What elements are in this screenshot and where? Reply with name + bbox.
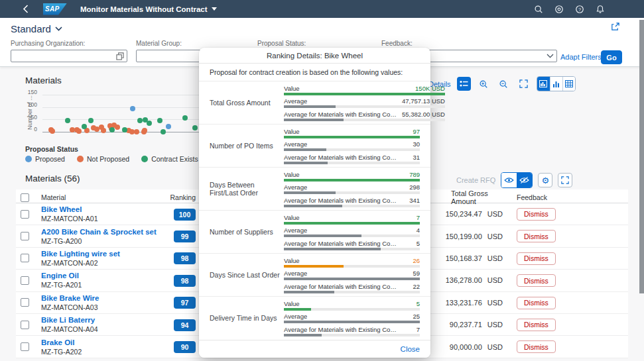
legend-item-not-proposed[interactable]: Not Proposed [77,155,129,163]
scatter-point[interactable] [88,118,94,123]
hide-details-button[interactable] [517,173,532,187]
material-link[interactable]: Bike Brake Wire [41,294,166,302]
dismiss-button[interactable]: Dismiss [517,340,556,353]
table-fullscreen-icon[interactable] [558,173,572,187]
material-link[interactable]: Bike Lighting wire set [41,250,166,258]
scatter-point[interactable] [76,129,82,134]
legend-dot [77,156,84,162]
search-icon[interactable] [533,4,544,15]
scatter-point[interactable] [157,118,162,123]
column-header-feedback[interactable]: Feedback [516,193,628,201]
back-icon[interactable] [23,5,29,13]
chevron-down-icon [212,7,217,11]
adapt-filters-link[interactable]: Adapt Filters [560,53,602,61]
material-link[interactable]: A200 Bike Chain & Sprocket set [41,228,166,236]
material-link[interactable]: Brake Oil [41,338,166,346]
legend-item-contract-exists[interactable]: Contract Exists [141,155,198,163]
scatter-point[interactable] [115,125,120,130]
chevron-down-icon [55,26,62,31]
y-tick: 0 [20,126,37,132]
value-help-icon[interactable] [116,52,124,60]
bar-label: Average [284,183,307,191]
metric-label: Number of Suppliers [210,228,284,236]
currency: USD [487,299,503,307]
row-checkbox[interactable] [21,210,29,219]
chart-view-button[interactable] [550,77,562,91]
row-checkbox[interactable] [21,298,29,307]
dismiss-button[interactable]: Dismiss [517,274,556,287]
table-view-button[interactable] [562,77,575,91]
dismiss-button[interactable]: Dismiss [517,319,556,331]
fullscreen-icon[interactable] [517,77,531,91]
y-tick: 150 [20,89,37,95]
app-title-menu[interactable]: Monitor Materials Without Contract [80,5,217,13]
currency: USD [487,232,503,240]
purchasing-organization-input[interactable] [14,52,116,60]
scatter-point[interactable] [161,129,166,134]
scatter-point[interactable] [109,127,115,132]
scatter-point[interactable] [137,118,143,123]
bell-icon[interactable] [595,4,606,15]
scatter-point[interactable] [101,128,106,133]
bar-fill [284,105,336,108]
ranking-badge[interactable]: 100 [174,209,196,221]
zoom-out-icon[interactable] [497,77,511,91]
ranking-badge[interactable]: 90 [174,341,196,353]
row-checkbox[interactable] [21,321,29,329]
bar-label: Average [284,227,307,234]
gross-amount: 90,000.00 [450,343,482,351]
shell-actions: ? [533,0,606,18]
material-link[interactable]: Bike Wheel [41,205,166,213]
share-icon[interactable] [610,22,620,32]
scatter-point[interactable] [122,127,127,132]
column-header-ranking[interactable]: Ranking [166,193,196,201]
variant-selector[interactable]: Standard [11,23,62,34]
scatter-point[interactable] [192,125,198,130]
scatter-point[interactable] [134,129,139,134]
show-details-button[interactable] [501,173,517,187]
gross-amount: 136,278.00 [446,276,482,284]
scatter-point[interactable] [182,115,188,121]
help-icon[interactable]: ? [574,4,585,15]
scatter-point[interactable] [142,128,147,133]
ranking-badge[interactable]: 97 [174,297,196,309]
column-header-material[interactable]: Material [33,193,166,201]
dismiss-button[interactable]: Dismiss [517,252,556,265]
zoom-in-icon[interactable] [477,77,491,91]
ranking-badge[interactable]: 98 [174,275,196,287]
dismiss-button[interactable]: Dismiss [517,230,556,242]
material-code: MZ-TG-A200 [41,237,166,245]
vertical-scrollbar[interactable] [639,20,644,293]
row-checkbox[interactable] [21,254,29,262]
select-all-checkbox[interactable] [21,193,29,202]
dismiss-button[interactable]: Dismiss [517,297,556,309]
metric-label: Total Gross Amount [210,99,284,107]
material-link[interactable]: Engine Oil [41,272,166,280]
bar-fill [284,278,420,280]
scatter-point[interactable] [147,121,152,126]
chevron-down-icon[interactable] [547,54,554,58]
row-checkbox[interactable] [21,232,29,240]
go-button[interactable]: Go [601,50,622,64]
copilot-icon[interactable] [554,4,564,15]
ranking-badge[interactable]: 98 [174,252,196,264]
row-checkbox[interactable] [21,276,29,285]
scatter-point[interactable] [50,129,55,134]
bar-fill [284,93,445,95]
row-checkbox[interactable] [21,342,29,351]
ranking-badge[interactable]: 99 [174,231,196,242]
create-rfq-button[interactable]: Create RFQ [456,176,495,184]
legend-item-proposed[interactable]: Proposed [25,155,65,163]
settings-gear-icon[interactable]: ⚙ [538,173,552,187]
close-button[interactable]: Close [401,345,420,353]
dismiss-button[interactable]: Dismiss [517,208,556,221]
scatter-point[interactable] [82,124,87,129]
chart-table-view-button[interactable] [537,77,550,91]
scatter-point[interactable] [166,124,171,129]
scatter-point[interactable] [130,106,135,111]
scatter-point[interactable] [65,118,70,123]
ranking-badge[interactable]: 94 [174,319,196,331]
legend-toggle-button[interactable] [457,77,471,91]
scatter-point[interactable] [84,128,90,133]
material-link[interactable]: Bike Li Baterry [41,316,166,324]
